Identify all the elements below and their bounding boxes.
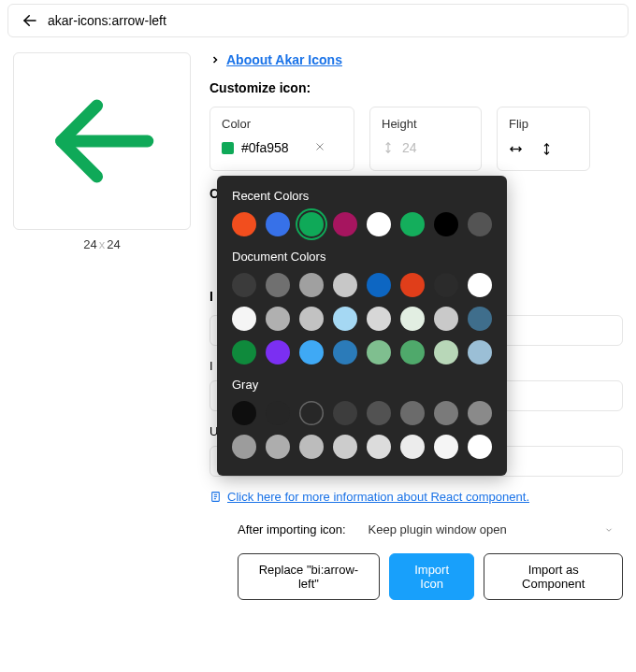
color-chip[interactable] — [299, 307, 324, 331]
color-chip[interactable] — [434, 340, 458, 365]
about-link[interactable]: Aboout Akar Icons — [226, 52, 342, 67]
color-chip[interactable] — [468, 340, 492, 365]
flip-label: Flip — [509, 117, 578, 131]
flip-vertical-icon[interactable] — [540, 142, 554, 159]
color-chip[interactable] — [232, 307, 256, 331]
replace-button[interactable]: Replace "bi:arrow-left" — [238, 553, 380, 600]
color-chip[interactable] — [400, 273, 425, 297]
color-chip[interactable] — [468, 212, 492, 236]
color-chip[interactable] — [400, 340, 425, 365]
header-bar: akar-icons:arrow-left — [7, 4, 629, 37]
color-chip[interactable] — [333, 212, 357, 236]
color-chip[interactable] — [367, 340, 391, 365]
icon-name-title: akar-icons:arrow-left — [48, 13, 166, 28]
height-control: Height 24 — [369, 107, 482, 171]
arrow-left-icon — [41, 80, 163, 202]
import-component-button[interactable]: Import as Component — [484, 553, 623, 600]
color-chip[interactable] — [468, 307, 492, 331]
color-chip[interactable] — [299, 212, 324, 236]
recent-colors-label: Recent Colors — [232, 189, 492, 203]
color-chip[interactable] — [232, 273, 256, 297]
react-info-link[interactable]: Click here for more information about Re… — [227, 490, 529, 504]
clear-color-icon[interactable] — [314, 140, 325, 155]
color-chip[interactable] — [468, 401, 492, 425]
color-chip[interactable] — [299, 340, 324, 365]
recent-colors-grid — [232, 212, 492, 236]
flip-horizontal-icon[interactable] — [509, 142, 523, 159]
color-chip[interactable] — [266, 435, 290, 459]
color-chip[interactable] — [434, 273, 458, 297]
after-import-label: After importing icon: — [238, 522, 346, 536]
color-chip[interactable] — [434, 212, 458, 236]
color-chip[interactable] — [434, 401, 458, 425]
after-import-select[interactable]: Keep plugin window open — [369, 522, 623, 536]
color-chip[interactable] — [468, 435, 492, 459]
icon-preview — [13, 52, 191, 230]
color-chip[interactable] — [400, 435, 425, 459]
color-input[interactable] — [241, 140, 307, 155]
gray-colors-grid — [232, 401, 492, 459]
height-value[interactable]: 24 — [402, 140, 417, 155]
color-label: Color — [222, 117, 342, 131]
doc-icon — [210, 491, 222, 503]
customize-heading: Customize icon: — [210, 80, 623, 95]
color-chip[interactable] — [400, 212, 425, 236]
gray-colors-label: Gray — [232, 378, 492, 392]
color-chip[interactable] — [266, 401, 290, 425]
color-picker-popover: Recent Colors Document Colors Gray — [217, 176, 507, 476]
color-chip[interactable] — [333, 273, 357, 297]
color-chip[interactable] — [266, 340, 290, 365]
color-chip[interactable] — [232, 212, 256, 236]
color-chip[interactable] — [367, 307, 391, 331]
height-icon — [382, 141, 395, 154]
color-chip[interactable] — [367, 401, 391, 425]
color-chip[interactable] — [400, 307, 425, 331]
chevron-right-icon — [210, 54, 221, 65]
color-chip[interactable] — [333, 401, 357, 425]
color-chip[interactable] — [367, 435, 391, 459]
color-chip[interactable] — [367, 273, 391, 297]
color-chip[interactable] — [232, 401, 256, 425]
color-swatch[interactable] — [222, 142, 234, 154]
color-chip[interactable] — [266, 212, 290, 236]
color-chip[interactable] — [333, 435, 357, 459]
color-chip[interactable] — [266, 307, 290, 331]
color-chip[interactable] — [367, 212, 391, 236]
chevron-down-icon — [604, 525, 614, 535]
color-chip[interactable] — [232, 435, 256, 459]
document-colors-label: Document Colors — [232, 250, 492, 264]
document-colors-grid — [232, 273, 492, 365]
flip-control: Flip — [497, 107, 590, 171]
import-icon-button[interactable]: Import Icon — [389, 553, 475, 600]
color-chip[interactable] — [468, 273, 492, 297]
color-chip[interactable] — [333, 307, 357, 331]
back-icon[interactable] — [22, 12, 38, 29]
color-chip[interactable] — [400, 401, 425, 425]
color-chip[interactable] — [299, 435, 324, 459]
color-chip[interactable] — [333, 340, 357, 365]
color-chip[interactable] — [232, 340, 256, 365]
color-chip[interactable] — [299, 401, 324, 425]
color-control: Color — [210, 107, 354, 171]
color-chip[interactable] — [299, 273, 324, 297]
color-chip[interactable] — [434, 435, 458, 459]
preview-dimensions: 24x24 — [13, 237, 191, 251]
color-chip[interactable] — [266, 273, 290, 297]
color-chip[interactable] — [434, 307, 458, 331]
height-label: Height — [382, 117, 470, 131]
